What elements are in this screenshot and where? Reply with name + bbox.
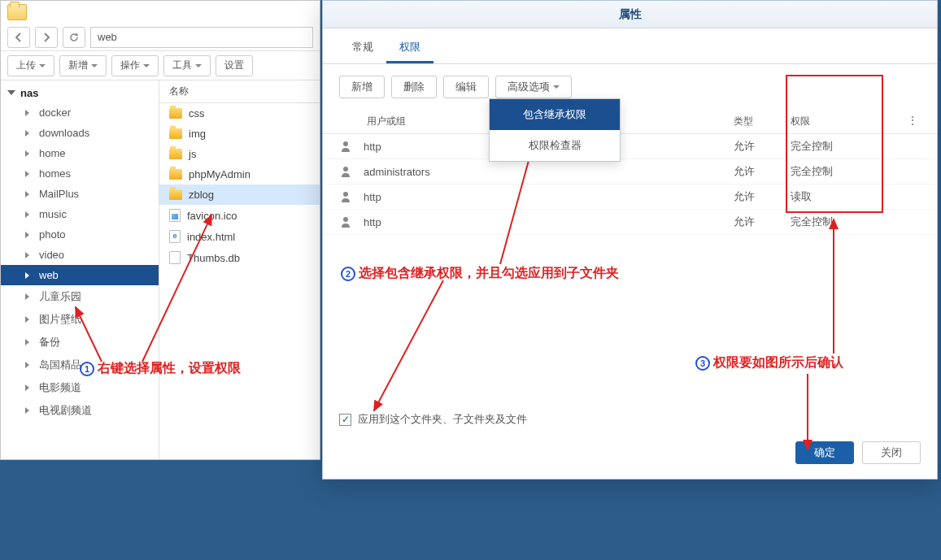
permission-row[interactable]: administrators允许完全控制: [323, 159, 937, 184]
dialog-title: 属性: [323, 1, 937, 28]
permission-row[interactable]: http允许完全控制: [323, 210, 937, 235]
tree-item[interactable]: photo: [1, 224, 159, 245]
file-list-item[interactable]: favicon.ico: [159, 205, 320, 226]
file-list-item[interactable]: js: [159, 144, 320, 164]
dropdown-checker[interactable]: 权限检查器: [490, 130, 620, 161]
tree-item[interactable]: homes: [1, 163, 159, 184]
file-list-header: 名称: [159, 80, 320, 103]
file-list-item[interactable]: img: [159, 124, 320, 144]
file-list-item[interactable]: Thumbs.db: [159, 247, 320, 268]
tree-root[interactable]: nas: [1, 84, 159, 102]
chevron-left-icon: [14, 33, 24, 42]
col-type: 类型: [734, 115, 791, 128]
back-button[interactable]: [7, 27, 30, 48]
perm-toolbar: 新增 删除 编辑 高级选项 包含继承权限 权限检查器: [323, 64, 937, 110]
tree-item[interactable]: video: [1, 245, 159, 265]
refresh-button[interactable]: [63, 27, 85, 48]
advanced-dropdown: 包含继承权限 权限检查器: [489, 98, 621, 162]
tree-item[interactable]: 电视剧频道: [1, 399, 159, 422]
folder-tree[interactable]: nas dockerdownloadshomehomesMailPlusmusi…: [1, 80, 159, 459]
tools-button[interactable]: 工具: [163, 55, 211, 76]
col-perm: 权限: [791, 115, 904, 128]
tabs-bar: 常规 权限: [323, 33, 937, 64]
settings-button[interactable]: 设置: [216, 55, 253, 76]
apply-to-subfolders-row[interactable]: ✓ 应用到这个文件夹、子文件夹及文件: [339, 412, 527, 427]
file-list-item[interactable]: zblog: [159, 184, 320, 205]
tree-item[interactable]: downloads: [1, 123, 159, 143]
dialog-footer: 确定 关闭: [795, 441, 921, 464]
tree-item[interactable]: 电影频道: [1, 376, 159, 399]
properties-dialog: 属性 常规 权限 新增 删除 编辑 高级选项 包含继承权限 权限检查器 用户或组…: [322, 0, 938, 480]
refresh-icon: [69, 33, 79, 42]
tab-permissions[interactable]: 权限: [386, 33, 433, 63]
tree-item[interactable]: 备份: [1, 331, 159, 354]
action-button[interactable]: 操作: [111, 55, 159, 76]
tree-item[interactable]: 儿童乐园: [1, 285, 159, 308]
file-list[interactable]: 名称 cssimgjsphpMyAdminzblogfavicon.icoind…: [159, 80, 320, 459]
tree-item[interactable]: web: [1, 265, 159, 285]
tree-item[interactable]: MailPlus: [1, 184, 159, 204]
perm-table-header: 用户或组 类型 权限 ⋮: [323, 110, 937, 134]
ok-button[interactable]: 确定: [795, 441, 854, 464]
close-button[interactable]: 关闭: [862, 441, 921, 464]
fm-navigation: [1, 24, 320, 51]
permission-row[interactable]: http允许读取: [323, 184, 937, 210]
perm-advanced-button[interactable]: 高级选项: [495, 76, 572, 98]
file-list-item[interactable]: phpMyAdmin: [159, 164, 320, 184]
chevron-right-icon: [41, 33, 51, 42]
perm-new-button[interactable]: 新增: [339, 76, 385, 98]
fm-titlebar: [1, 1, 320, 24]
apply-label: 应用到这个文件夹、子文件夹及文件: [358, 412, 527, 427]
apply-checkbox[interactable]: ✓: [339, 414, 351, 426]
folder-app-icon: [7, 4, 27, 20]
permission-row[interactable]: http允许完全控制: [323, 134, 937, 159]
file-list-item[interactable]: index.html: [159, 226, 320, 247]
fm-toolbar: 上传 新增 操作 工具 设置: [1, 51, 320, 80]
col-menu-icon[interactable]: ⋮: [904, 115, 921, 128]
file-manager-window: 上传 新增 操作 工具 设置 nas dockerdownloadshomeho…: [0, 0, 320, 460]
file-list-item[interactable]: css: [159, 103, 320, 124]
dropdown-inherit[interactable]: 包含继承权限: [490, 99, 620, 130]
upload-button[interactable]: 上传: [7, 55, 54, 76]
tree-item[interactable]: 岛国精品: [1, 354, 159, 376]
tree-item[interactable]: home: [1, 143, 159, 163]
new-button[interactable]: 新增: [59, 55, 107, 76]
path-input[interactable]: [90, 27, 313, 48]
tab-general[interactable]: 常规: [339, 33, 386, 63]
forward-button[interactable]: [35, 27, 58, 48]
perm-edit-button[interactable]: 编辑: [443, 76, 489, 98]
tree-item[interactable]: 图片壁纸: [1, 308, 159, 331]
perm-delete-button[interactable]: 删除: [391, 76, 437, 98]
tree-item[interactable]: docker: [1, 102, 159, 123]
tree-item[interactable]: music: [1, 204, 159, 224]
